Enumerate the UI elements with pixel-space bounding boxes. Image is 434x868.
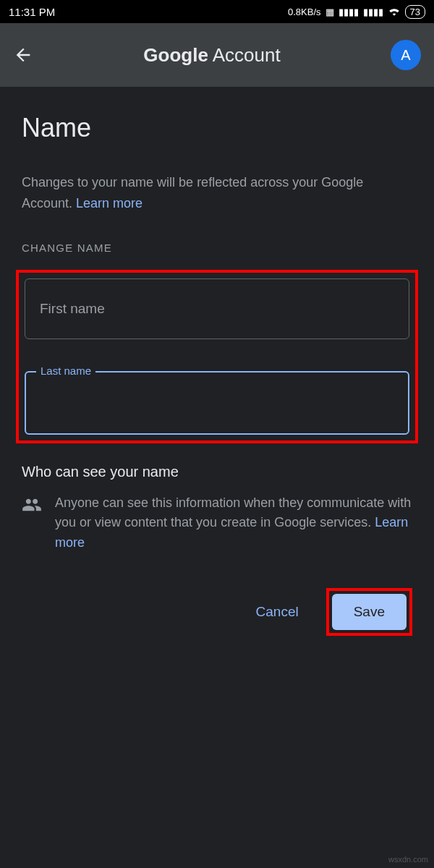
header-title: Google Account xyxy=(33,44,391,67)
save-highlight: Save xyxy=(326,588,412,636)
form-highlight: Last name xyxy=(16,270,418,443)
visibility-section: Who can see your name Anyone can see thi… xyxy=(22,464,412,554)
cancel-button[interactable]: Cancel xyxy=(242,594,313,630)
battery-icon: 73 xyxy=(405,5,425,19)
wifi-icon xyxy=(388,6,401,18)
status-bar: 11:31 PM 0.8KB/s ▦ ▮▮▮▮ ▮▮▮▮ 73 xyxy=(0,0,434,23)
last-name-wrap: Last name xyxy=(25,371,409,435)
header-title-bold: Google xyxy=(143,44,208,66)
learn-more-link[interactable]: Learn more xyxy=(76,196,142,210)
header-title-light: Account xyxy=(208,44,281,66)
status-data-rate: 0.8KB/s xyxy=(288,7,321,17)
signal-icon-1: ▮▮▮▮ xyxy=(339,7,359,17)
status-time: 11:31 PM xyxy=(9,6,55,18)
volte-icon: ▦ xyxy=(326,7,334,17)
page-title: Name xyxy=(22,113,412,143)
back-arrow-icon[interactable] xyxy=(13,45,33,65)
signal-icon-2: ▮▮▮▮ xyxy=(363,7,383,17)
status-right: 0.8KB/s ▦ ▮▮▮▮ ▮▮▮▮ 73 xyxy=(288,5,425,19)
visibility-text: Anyone can see this information when the… xyxy=(55,493,412,554)
first-name-wrap xyxy=(25,278,409,339)
main-content: Name Changes to your name will be reflec… xyxy=(0,87,434,636)
app-header: Google Account A xyxy=(0,23,434,87)
avatar[interactable]: A xyxy=(391,40,421,70)
last-name-label: Last name xyxy=(36,365,95,377)
change-name-label: CHANGE NAME xyxy=(22,242,412,254)
visibility-title: Who can see your name xyxy=(22,464,412,480)
page-description: Changes to your name will be reflected a… xyxy=(22,172,412,214)
watermark: wsxdn.com xyxy=(388,855,428,864)
last-name-input[interactable] xyxy=(41,373,393,433)
save-button[interactable]: Save xyxy=(332,594,407,630)
people-icon xyxy=(22,495,42,554)
avatar-letter: A xyxy=(401,47,410,64)
first-name-input[interactable] xyxy=(25,278,409,339)
button-row: Cancel Save xyxy=(22,588,412,636)
